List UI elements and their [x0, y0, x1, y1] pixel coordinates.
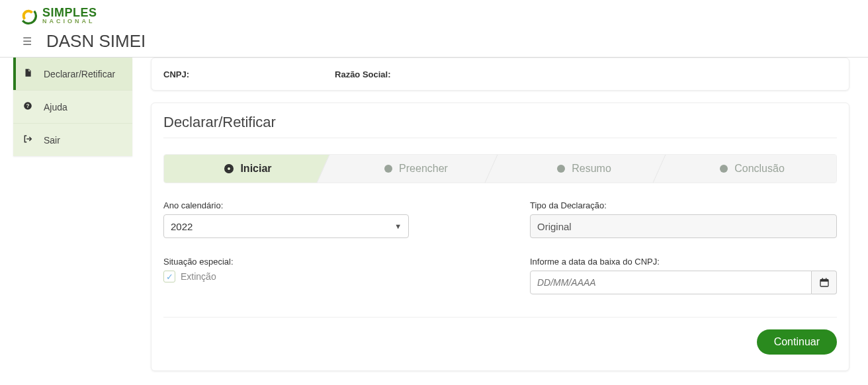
tipo-label: Tipo da Declaração:	[530, 200, 837, 210]
step-preencher[interactable]: Preencher	[332, 155, 500, 183]
situacao-label: Situação especial:	[163, 257, 470, 267]
menu-toggle-icon[interactable]: ☰	[22, 35, 32, 48]
step-resumo[interactable]: Resumo	[500, 155, 668, 183]
tipo-value: Original	[537, 221, 572, 232]
logo-swirl-icon	[20, 7, 37, 24]
step-dot-icon	[224, 164, 234, 173]
identity-card: CNPJ: Razão Social:	[151, 58, 849, 91]
declarar-panel: Declarar/Retificar Iniciar Preencher Res…	[151, 103, 849, 371]
brand-logo: SIMPLES NACIONAL	[20, 7, 848, 27]
ano-label: Ano calendário:	[163, 200, 470, 210]
signout-icon	[22, 134, 33, 146]
ano-select[interactable]: 2022 ▼	[163, 214, 409, 238]
step-label: Iniciar	[240, 163, 271, 175]
brand-line1: SIMPLES	[42, 7, 97, 19]
calendar-button[interactable]	[812, 271, 837, 294]
sidebar-item-sair[interactable]: Sair	[13, 123, 132, 156]
svg-text:?: ?	[26, 103, 30, 109]
app-title: DASN SIMEI	[46, 31, 146, 52]
step-label: Resumo	[572, 163, 611, 175]
sidebar: Declarar/Retificar ? Ajuda Sair	[13, 58, 132, 156]
sidebar-item-label: Sair	[44, 135, 60, 146]
sidebar-item-ajuda[interactable]: ? Ajuda	[13, 90, 132, 123]
situacao-option-label: Extinção	[181, 271, 216, 282]
sidebar-item-declarar[interactable]: Declarar/Retificar	[13, 58, 132, 90]
chevron-down-icon: ▼	[394, 222, 402, 230]
ano-value: 2022	[171, 221, 193, 232]
step-dot-icon	[384, 165, 392, 173]
data-baixa-input[interactable]	[530, 271, 812, 294]
situacao-checkbox[interactable]: ✓ Extinção	[163, 271, 216, 282]
razao-label: Razão Social:	[335, 69, 391, 79]
calendar-icon	[819, 277, 830, 288]
sidebar-item-label: Declarar/Retificar	[44, 69, 115, 79]
svg-rect-5	[820, 279, 828, 281]
stepper: Iniciar Preencher Resumo Conclusão	[163, 154, 837, 183]
cnpj-label: CNPJ:	[163, 69, 189, 79]
step-dot-icon	[720, 165, 728, 173]
step-iniciar[interactable]: Iniciar	[164, 155, 332, 183]
continuar-button[interactable]: Continuar	[757, 329, 837, 355]
step-label: Conclusão	[734, 163, 785, 175]
tipo-display: Original	[530, 214, 837, 238]
check-icon: ✓	[163, 271, 175, 282]
brand-line2: NACIONAL	[42, 19, 97, 24]
step-label: Preencher	[399, 163, 448, 175]
data-baixa-label: Informe a data da baixa do CNPJ:	[530, 257, 837, 267]
help-icon: ?	[22, 101, 33, 112]
panel-title: Declarar/Retificar	[163, 114, 837, 138]
sidebar-item-label: Ajuda	[44, 102, 67, 112]
file-icon	[22, 68, 33, 79]
step-conclusao[interactable]: Conclusão	[668, 155, 836, 183]
step-dot-icon	[557, 165, 565, 173]
